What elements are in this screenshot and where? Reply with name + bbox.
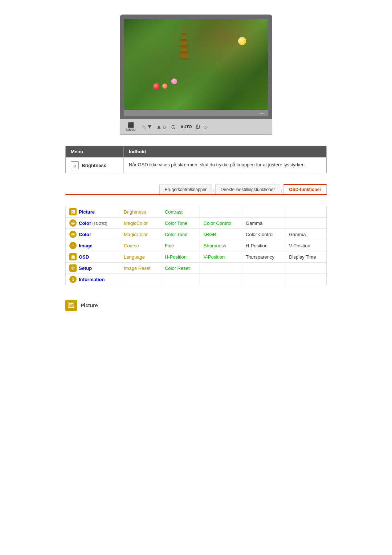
tabs-navigation: Brugerkontrolknapper | Direkte indstilli… (65, 184, 327, 195)
cell-empty1 (200, 206, 242, 218)
info-menu-label: Information (79, 277, 105, 282)
cell-empty4 (285, 218, 327, 229)
color-menu-label: Color (79, 232, 91, 237)
picture-large-icon: 🖼 (65, 300, 77, 311)
menu-cell-picture: 🖼 Picture (66, 206, 120, 218)
color-tco-icon: ◎ (69, 219, 77, 227)
image-menu-label: Image (79, 243, 93, 248)
monitor-screen (124, 19, 268, 110)
table-row: ◎ Color (TCO'03) MagicColor Color Tone C… (66, 218, 327, 229)
input-icon[interactable]: ⊙ (171, 123, 176, 130)
table-row: ℹ Information (66, 274, 327, 285)
cell-vposition1[interactable]: V-Position (285, 240, 327, 251)
decorative-ball-yellow (238, 37, 246, 45)
extra-icon[interactable]: ▷ (204, 124, 208, 130)
col-indhold-header: Indhold (124, 146, 326, 157)
cell-hposition1[interactable]: H-Position (242, 240, 285, 251)
cell-magiccolor1[interactable]: MagicColor (120, 218, 161, 229)
cell-coarse[interactable]: Coarse (120, 240, 161, 251)
cell-hposition2[interactable]: H-Position (161, 251, 200, 263)
monitor-section: ▪▪▪▪ ⬛ MENU ☼▼ ▲☼ ⊙ AUTO ⏻ ▷ (22, 15, 370, 135)
control-buttons: ☼▼ ▲☼ ⊙ AUTO ⏻ ▷ (142, 123, 208, 130)
cell-colortone2[interactable]: Color Tone (161, 229, 200, 240)
cell-magiccolor2[interactable]: MagicColor (120, 229, 161, 240)
cell-empty11 (242, 274, 285, 285)
decorative-ball-pink (171, 78, 177, 84)
cell-empty5 (200, 263, 242, 274)
cell-colorcontrol2[interactable]: Color Control (242, 229, 285, 240)
monitor-outer: ▪▪▪▪ (120, 15, 272, 119)
cell-gamma2[interactable]: Gamma (285, 229, 327, 240)
picture-menu-label: Picture (79, 209, 95, 215)
picture-section-label: Picture (81, 303, 98, 308)
table-row: ▣ OSD Language H-Position V-Position Tra… (66, 251, 327, 263)
setup-icon: ⚙ (69, 264, 77, 272)
cell-empty7 (285, 263, 327, 274)
auto-button[interactable]: AUTO (181, 125, 192, 129)
menu-cell-image: ↔ Image (66, 240, 120, 251)
osd-menu-label: OSD (79, 254, 89, 260)
setup-menu-label: Setup (79, 266, 92, 271)
menu-cell-setup: ⚙ Setup (66, 263, 120, 274)
cell-colorcontrol1[interactable]: Color Control (200, 218, 242, 229)
picture-section: 🖼 Picture (65, 300, 327, 311)
cell-language[interactable]: Language (120, 251, 161, 263)
tab-separator-1: | (213, 189, 214, 194)
brightness-icon[interactable]: ▲☼ (156, 123, 167, 130)
cell-empty2 (242, 206, 285, 218)
cell-empty10 (200, 274, 242, 285)
menu-cell-color: ◎ Color (66, 229, 120, 240)
cell-contrast[interactable]: Contrast (161, 206, 200, 218)
cell-empty6 (242, 263, 285, 274)
color-icon: ◎ (69, 231, 77, 238)
contrast-icon[interactable]: ☼▼ (142, 123, 153, 130)
picture-icon: 🖼 (69, 208, 77, 215)
cell-srgb[interactable]: sRGB (200, 229, 242, 240)
monitor-controls: ⬛ MENU ☼▼ ▲☼ ⊙ AUTO ⏻ ▷ (120, 119, 272, 135)
cell-empty12 (285, 274, 327, 285)
menu-cell-color-tco: ◎ Color (TCO'03) (66, 218, 120, 229)
cell-colorreset[interactable]: Color Reset (161, 263, 200, 274)
menu-button[interactable]: ⬛ MENU (126, 122, 136, 131)
info-table-row-brightness: ☼ Brightness Når OSD ikke vises på skærm… (66, 157, 326, 173)
tab-osd-funktioner[interactable]: OSD-funktioner (283, 184, 327, 194)
osd-icon: ▣ (69, 253, 77, 260)
menu-label: MENU (126, 128, 136, 131)
tab-separator-2: | (281, 189, 282, 194)
content-cell-brightness: Når OSD ikke vises på skærmen, skal du t… (124, 158, 326, 173)
power-icon[interactable]: ⏻ (195, 124, 200, 130)
cell-empty9 (161, 274, 200, 285)
cell-transparency[interactable]: Transparency (242, 251, 285, 263)
table-row: 🖼 Picture Brightness Contrast (66, 206, 327, 218)
cell-colortone1[interactable]: Color Tone (161, 218, 200, 229)
brightness-setting-icon: ☼ (71, 161, 79, 169)
info-table-header: Menu Indhold (66, 146, 326, 157)
decorative-ball-red (153, 83, 160, 90)
pagoda-image (179, 28, 189, 61)
cell-fine[interactable]: Fine (161, 240, 200, 251)
table-row: ⚙ Setup Image Reset Color Reset (66, 263, 327, 274)
image-icon: ↔ (69, 242, 77, 249)
brightness-label: Brightness (82, 163, 106, 168)
cell-sharpness[interactable]: Sharpness (200, 240, 242, 251)
monitor-status-dots: ▪▪▪▪ (260, 112, 265, 115)
cell-imagereset[interactable]: Image Reset (120, 263, 161, 274)
cell-displaytime[interactable]: Display Time (285, 251, 327, 263)
info-icon: ℹ (69, 276, 77, 283)
monitor-bottom-bar: ▪▪▪▪ (124, 110, 268, 116)
table-row: ◎ Color MagicColor Color Tone sRGB Color… (66, 229, 327, 240)
menu-cell-osd: ▣ OSD (66, 251, 120, 263)
color-tco-menu-label: Color (TCO'03) (79, 220, 107, 226)
decorative-ball-orange (162, 84, 167, 89)
col-menu-header: Menu (66, 146, 124, 157)
cell-vposition2[interactable]: V-Position (200, 251, 242, 263)
cell-empty3 (285, 206, 327, 218)
tab-direkte[interactable]: Direkte indstillingsfunktioner (215, 185, 280, 194)
tab-brugerkontrolknapper[interactable]: Brugerkontrolknapper (159, 185, 212, 194)
info-table: Menu Indhold ☼ Brightness Når OSD ikke v… (65, 146, 327, 173)
osd-functions-table: 🖼 Picture Brightness Contrast ◎ Color (T… (65, 206, 327, 285)
menu-cell-brightness: ☼ Brightness (66, 158, 124, 173)
table-row: ↔ Image Coarse Fine Sharpness H-Position… (66, 240, 327, 251)
cell-brightness[interactable]: Brightness (120, 206, 161, 218)
cell-gamma1[interactable]: Gamma (242, 218, 285, 229)
